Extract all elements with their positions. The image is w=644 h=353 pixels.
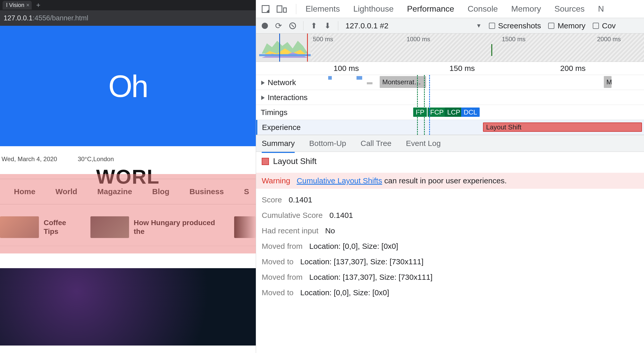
url-host: 127.0.0.1 bbox=[4, 14, 33, 22]
perf-toolbar: ⟳ ⬆ ⬇ 127.0.0.1 #2 ▼ Screenshots Memory … bbox=[256, 18, 644, 34]
timing-dashed-line bbox=[429, 75, 430, 135]
timeline-ruler[interactable]: 100 ms 150 ms 200 ms bbox=[256, 62, 644, 75]
tab-console[interactable]: Console bbox=[468, 4, 498, 14]
overview-tick: 2000 ms bbox=[597, 36, 621, 43]
separator bbox=[296, 4, 296, 14]
timing-dashed-line bbox=[424, 75, 425, 135]
layout-shift-overlay bbox=[0, 174, 256, 253]
banner-text: Oh bbox=[108, 68, 147, 104]
download-icon[interactable]: ⬇ bbox=[324, 21, 331, 30]
track-timings[interactable]: Timings FP FCP LCP DCL bbox=[256, 105, 644, 120]
tab-title: l Vision bbox=[6, 2, 24, 9]
page-date: Wed, March 4, 2020 bbox=[2, 155, 57, 163]
timing-lcp[interactable]: LCP bbox=[445, 108, 463, 117]
detail-swatch bbox=[262, 158, 269, 165]
track-experience[interactable]: Experience Layout Shift bbox=[256, 120, 644, 135]
network-chip[interactable] bbox=[328, 76, 332, 80]
memory-checkbox[interactable]: Memory bbox=[548, 21, 585, 30]
screenshots-checkbox[interactable]: Screenshots bbox=[489, 21, 541, 30]
recording-select[interactable]: 127.0.0.1 #2 ▼ bbox=[345, 21, 482, 30]
overview-tick: 1500 ms bbox=[502, 36, 526, 43]
new-tab-button[interactable]: + bbox=[36, 1, 40, 9]
detail-row: Moved fromLocation: [137,307], Size: [73… bbox=[262, 273, 638, 282]
close-icon[interactable]: × bbox=[26, 2, 30, 9]
hero-image bbox=[0, 268, 256, 346]
overview-tick: 500 ms bbox=[313, 36, 333, 43]
tab-memory[interactable]: Memory bbox=[511, 4, 541, 14]
subtab-bottom-up[interactable]: Bottom-Up bbox=[309, 139, 346, 148]
coverage-checkbox[interactable]: Cov bbox=[593, 21, 616, 30]
tab-performance[interactable]: Performance bbox=[407, 4, 454, 19]
chevron-right-icon: ▶ bbox=[261, 94, 265, 101]
timing-fp[interactable]: FP bbox=[413, 108, 427, 117]
detail-row: Score0.1401 bbox=[262, 195, 638, 204]
network-chip[interactable] bbox=[357, 76, 362, 80]
clear-icon[interactable] bbox=[289, 22, 296, 29]
detail-row: Moved toLocation: [0,0], Size: [0x0] bbox=[262, 288, 638, 297]
overview-tick: 1000 ms bbox=[406, 36, 430, 43]
timeline-overview[interactable]: 500 ms 1000 ms 1500 ms 2000 ms bbox=[256, 34, 644, 62]
inspect-icon[interactable] bbox=[262, 5, 269, 13]
tab-elements[interactable]: Elements bbox=[306, 4, 340, 14]
layout-shift-chip[interactable]: Layout Shift bbox=[483, 122, 642, 132]
timing-fcp[interactable]: FCP bbox=[428, 108, 446, 117]
ruler-tick: 100 ms bbox=[334, 64, 359, 73]
tab-more[interactable]: N bbox=[598, 4, 604, 14]
browser-tabbar: l Vision × + bbox=[0, 0, 256, 10]
overview-selection[interactable] bbox=[259, 34, 311, 62]
separator bbox=[303, 21, 303, 30]
detail-row: Moved toLocation: [137,307], Size: [730x… bbox=[262, 257, 638, 266]
ruler-tick: 200 ms bbox=[560, 64, 586, 73]
upload-icon[interactable]: ⬆ bbox=[311, 21, 317, 30]
warning-text: can result in poor user experiences. bbox=[382, 176, 507, 185]
network-resource-chip[interactable]: M bbox=[604, 76, 612, 88]
subtab-event-log[interactable]: Event Log bbox=[406, 139, 441, 148]
detail-row: Moved fromLocation: [0,0], Size: [0x0] bbox=[262, 242, 638, 251]
warning-link[interactable]: Cumulative Layout Shifts bbox=[297, 176, 382, 185]
ruler-tick: 150 ms bbox=[450, 64, 475, 73]
overview-empty bbox=[311, 34, 644, 62]
device-toolbar-icon[interactable] bbox=[277, 5, 287, 13]
detail-pane: Layout Shift Warning Cumulative Layout S… bbox=[256, 152, 644, 302]
detail-subtabs: Summary Bottom-Up Call Tree Event Log bbox=[256, 135, 644, 152]
network-chip[interactable] bbox=[367, 82, 372, 84]
url-rest: :4556/banner.html bbox=[33, 14, 88, 22]
detail-row: Had recent inputNo bbox=[262, 226, 638, 235]
devtools-header: Elements Lighthouse Performance Console … bbox=[256, 0, 644, 18]
detail-title: Layout Shift bbox=[273, 157, 317, 166]
browser-tab[interactable]: l Vision × bbox=[3, 1, 32, 10]
chevron-right-icon: ▶ bbox=[261, 79, 265, 86]
tab-lighthouse[interactable]: Lighthouse bbox=[353, 4, 394, 14]
subtab-call-tree[interactable]: Call Tree bbox=[361, 139, 392, 148]
network-resource-chip[interactable]: Montserrat… bbox=[380, 76, 426, 88]
detail-warning: Warning Cumulative Layout Shifts can res… bbox=[256, 173, 644, 189]
timeline-tracks: ▶Network Montserrat… M ▶Interactions Tim… bbox=[256, 75, 644, 135]
reload-icon[interactable]: ⟳ bbox=[275, 21, 282, 31]
subtab-summary[interactable]: Summary bbox=[262, 139, 295, 153]
record-icon[interactable] bbox=[262, 23, 268, 29]
timing-dashed-line bbox=[417, 75, 418, 135]
track-network[interactable]: ▶Network Montserrat… M bbox=[256, 75, 644, 90]
detail-row: Cumulative Score0.1401 bbox=[262, 211, 638, 220]
separator bbox=[338, 21, 338, 30]
page-banner: Oh bbox=[0, 26, 256, 146]
chevron-down-icon: ▼ bbox=[476, 22, 482, 29]
overview-marker bbox=[491, 44, 492, 56]
timing-dcl[interactable]: DCL bbox=[461, 108, 480, 117]
warning-label: Warning bbox=[262, 176, 290, 185]
address-bar[interactable]: 127.0.0.1:4556/banner.html bbox=[0, 10, 256, 26]
page-weather: 30°C,London bbox=[78, 155, 114, 163]
track-interactions[interactable]: ▶Interactions bbox=[256, 90, 644, 105]
recording-select-label: 127.0.0.1 #2 bbox=[345, 21, 388, 30]
tab-sources[interactable]: Sources bbox=[554, 4, 584, 14]
